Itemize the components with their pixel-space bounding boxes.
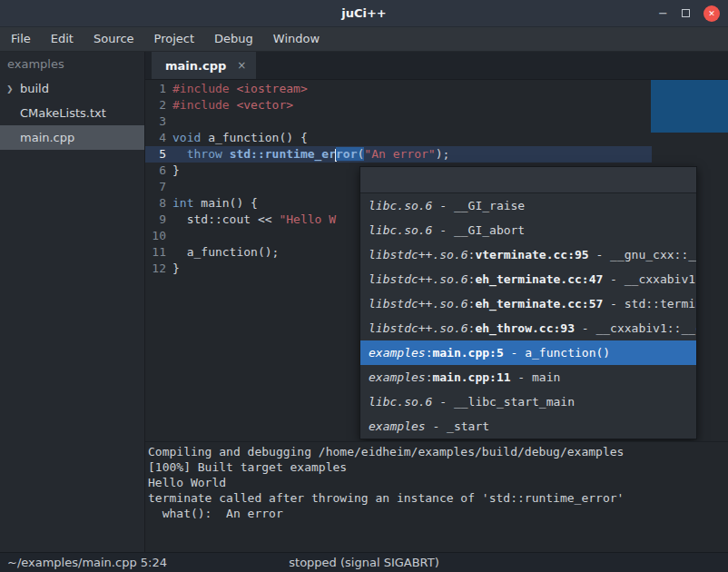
minimize-icon[interactable]: − <box>658 7 668 19</box>
backtrace-list: libc.so.6 - __GI_raiselibc.so.6 - __GI_a… <box>360 193 696 439</box>
tree-item-label: CMakeLists.txt <box>16 106 106 120</box>
backtrace-item[interactable]: libstdc++.so.6:eh_terminate.cc:57 - std:… <box>360 291 696 316</box>
line-number: 9 <box>145 212 172 228</box>
titlebar: juCi++ − ✕ <box>0 0 728 27</box>
tab-main-cpp[interactable]: main.cpp × <box>152 52 256 79</box>
file-tree: ❯buildCMakeLists.txtmain.cpp <box>0 76 144 150</box>
restore-icon[interactable] <box>682 9 690 17</box>
backtrace-item[interactable]: libstdc++.so.6:eh_throw.cc:93 - __cxxabi… <box>360 316 696 340</box>
backtrace-file-line: eh_throw.cc:93 <box>475 321 575 335</box>
output-line: Compiling and debugging /home/eidheim/ex… <box>148 444 728 459</box>
line-number: 6 <box>145 163 172 179</box>
line-number: 12 <box>145 261 172 277</box>
code-text: #include <vector> <box>172 97 293 113</box>
backtrace-item[interactable]: libstdc++.so.6:vterminate.cc:95 - __gnu_… <box>360 242 696 267</box>
menu-item-file[interactable]: File <box>1 27 41 51</box>
menu-item-project[interactable]: Project <box>144 27 204 51</box>
sidebar-item-main-cpp[interactable]: main.cpp <box>0 125 144 150</box>
backtrace-library: libc.so.6 <box>369 395 432 409</box>
sidebar-item-build[interactable]: ❯build <box>0 76 144 101</box>
tab-close-icon[interactable]: × <box>237 59 246 72</box>
code-line-4[interactable]: 4void a_function() { <box>145 130 728 146</box>
tab-bar: main.cpp × <box>145 52 728 80</box>
code-text: a_function(); <box>172 244 279 261</box>
menu-item-window[interactable]: Window <box>263 27 330 51</box>
code-text: } <box>172 261 180 277</box>
backtrace-item[interactable]: libc.so.6 - __libc_start_main <box>360 390 696 414</box>
backtrace-item[interactable]: examples - _start <box>360 414 696 439</box>
line-number: 1 <box>145 81 172 97</box>
backtrace-item[interactable]: libstdc++.so.6:eh_terminate.cc:47 - __cx… <box>360 267 696 291</box>
line-number: 10 <box>145 228 172 244</box>
line-number: 11 <box>145 244 172 261</box>
backtrace-library: libstdc++.so.6 <box>369 272 468 286</box>
code-line-3[interactable]: 3 <box>145 113 728 130</box>
backtrace-popup: libc.so.6 - __GI_raiselibc.so.6 - __GI_a… <box>359 166 697 439</box>
file-tree-sidebar: examples ❯buildCMakeLists.txtmain.cpp <box>0 52 145 552</box>
backtrace-item[interactable]: examples:main.cpp:5 - a_function() <box>360 340 696 365</box>
code-line-1[interactable]: 1#include <iostream> <box>145 81 728 97</box>
code-text: std::cout << "Hello W <box>172 212 336 228</box>
line-number: 2 <box>145 97 172 113</box>
backtrace-library: libstdc++.so.6 <box>369 297 468 311</box>
backtrace-library: examples <box>369 419 426 433</box>
output-line: [100%] Built target examples <box>148 459 728 475</box>
code-editor[interactable]: 1#include <iostream>2#include <vector>34… <box>145 80 728 441</box>
code-line-2[interactable]: 2#include <vector> <box>145 97 728 113</box>
tab-label: main.cpp <box>165 59 226 73</box>
cursor-location: ~/examples/main.cpp 5:24 <box>0 556 167 569</box>
code-text: } <box>172 163 180 179</box>
backtrace-library: libc.so.6 <box>369 223 432 237</box>
backtrace-library: examples <box>369 346 426 360</box>
backtrace-file-line: vterminate.cc:95 <box>475 248 588 261</box>
backtrace-item[interactable]: examples:main.cpp:11 - main <box>360 365 696 390</box>
backtrace-item[interactable]: libc.so.6 - __GI_abort <box>360 218 696 242</box>
backtrace-library: libstdc++.so.6 <box>369 248 468 261</box>
project-name-header: examples <box>0 52 144 76</box>
backtrace-library: libstdc++.so.6 <box>369 321 468 335</box>
editor-column: main.cpp × 1#include <iostream>2#include… <box>145 52 728 552</box>
code-text: void a_function() { <box>172 130 308 146</box>
expander-icon[interactable]: ❯ <box>0 84 16 94</box>
window-controls: − ✕ <box>658 0 720 26</box>
line-number: 3 <box>145 113 172 130</box>
info-box <box>651 80 728 133</box>
code-text: throw std::runtime_error("An error"); <box>172 146 449 163</box>
menubar: FileEditSourceProjectDebugWindow <box>0 27 728 52</box>
line-number: 5 <box>145 146 172 163</box>
backtrace-item[interactable]: libc.so.6 - __GI_raise <box>360 193 696 218</box>
backtrace-file-line: main.cpp:11 <box>432 370 510 384</box>
code-line-5[interactable]: 5 throw std::runtime_error("An error"); <box>145 146 728 163</box>
menu-item-debug[interactable]: Debug <box>204 27 263 51</box>
menu-item-edit[interactable]: Edit <box>41 27 84 51</box>
backtrace-file-line: eh_terminate.cc:57 <box>475 297 603 311</box>
window-title: juCi++ <box>0 6 728 20</box>
backtrace-file-line: eh_terminate.cc:47 <box>475 272 603 286</box>
menu-item-source[interactable]: Source <box>84 27 144 51</box>
code-text: int main() { <box>172 195 258 212</box>
output-line: Hello World <box>148 475 728 490</box>
backtrace-popup-header <box>360 167 696 193</box>
tree-item-label: build <box>16 82 49 95</box>
code-text: #include <iostream> <box>172 81 308 97</box>
sidebar-item-cmakelists-txt[interactable]: CMakeLists.txt <box>0 101 144 125</box>
backtrace-file-line: main.cpp:5 <box>432 346 503 360</box>
backtrace-library: examples <box>369 370 426 384</box>
status-bar: ~/examples/main.cpp 5:24 stopped (signal… <box>0 552 728 572</box>
backtrace-library: libc.so.6 <box>369 199 432 212</box>
line-number: 7 <box>145 179 172 195</box>
tree-item-label: main.cpp <box>16 131 74 144</box>
close-icon[interactable]: ✕ <box>703 5 720 22</box>
output-line: what(): An error <box>148 506 728 521</box>
output-line: terminate called after throwing an insta… <box>148 490 728 506</box>
line-number: 4 <box>145 130 172 146</box>
output-panel: Compiling and debugging /home/eidheim/ex… <box>145 441 728 552</box>
line-number: 8 <box>145 195 172 212</box>
app-window: juCi++ − ✕ FileEditSourceProjectDebugWin… <box>0 0 728 572</box>
main-area: examples ❯buildCMakeLists.txtmain.cpp ma… <box>0 52 728 552</box>
